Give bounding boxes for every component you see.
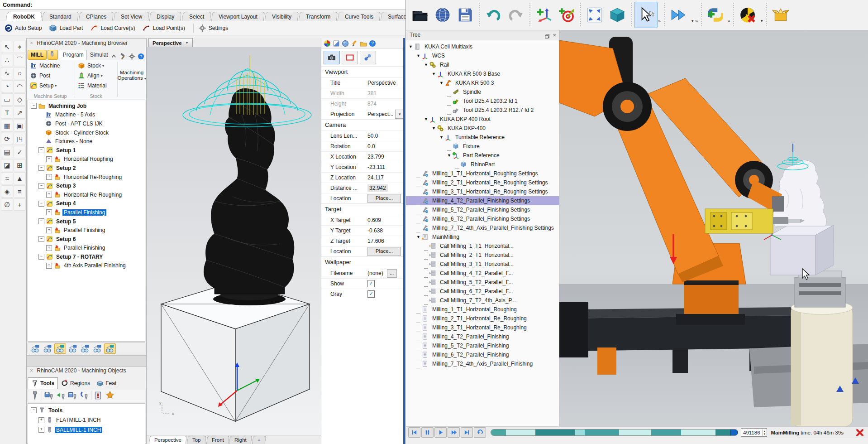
property-value[interactable]: Place... [366,194,404,203]
tree-row[interactable]: −Machining Job [28,101,145,111]
robodk-3d-view[interactable] [559,30,868,426]
revert-tool-icon[interactable] [79,391,89,401]
station-tree-row[interactable]: ▼KUKA DKP-400 [406,124,559,133]
spin-arrows-icon[interactable]: ▲▼ [762,430,767,436]
collapse-box-icon[interactable]: − [31,103,37,109]
station-tree-row[interactable]: Milling_5_T2_Parallel_Finishing [406,341,559,350]
chevron-down-icon[interactable]: ▼ [691,19,694,23]
camera-mode-button[interactable] [324,51,340,64]
menu-tab-standard[interactable]: Standard [42,12,79,21]
export-tools-icon[interactable] [67,391,77,401]
online-library-button[interactable] [431,2,454,28]
menu-tab-cplanes[interactable]: CPlanes [78,12,114,21]
menu-tab-viewport-layout[interactable]: Viewport Layout [211,12,265,21]
tree-row[interactable]: Machine - 5 Axis [28,111,145,120]
expand-box-icon[interactable]: + [38,417,44,423]
add-target-button[interactable] [555,2,578,28]
property-value[interactable]: 50.0 [366,133,404,139]
property-value[interactable]: ✓ [366,280,404,287]
viewport-tab-top[interactable]: Top [187,436,206,444]
redo-button[interactable] [505,2,527,28]
property-value[interactable]: -23.111 [366,164,404,170]
tree-row[interactable]: −Tools [28,405,145,415]
toolpath-list-button[interactable] [80,344,91,353]
scale-icon[interactable]: ✓ [14,146,26,158]
select-arrow-icon[interactable]: ↖ [1,41,13,53]
collapse-box-icon[interactable]: − [38,201,44,207]
replay-button[interactable] [474,427,486,438]
polygon-icon[interactable]: T [1,106,13,119]
value-text[interactable]: -23.111 [367,164,385,170]
folder-icon[interactable] [360,40,367,47]
value-text[interactable]: (none) [367,270,383,276]
stock-button[interactable]: Stock▾ [76,61,107,71]
tree-row[interactable]: +BALLMILL-1 INCH [28,425,145,435]
wallpaper-mode-button[interactable] [342,51,358,64]
render-sphere-icon[interactable] [342,40,349,47]
expand-box-icon[interactable]: + [46,245,52,251]
value-text[interactable]: 24.117 [367,174,384,181]
station-tree-row[interactable]: Milling_3_T1_Horizontal_Re_Roughing [406,323,559,332]
menu-tab-display[interactable]: Display [149,12,182,21]
skip-to-end-button[interactable] [461,427,473,438]
station-tree-row[interactable]: Milling_1_T1_Horizontal_Roughing [406,305,559,314]
value-text[interactable]: 0.0 [367,143,375,150]
menu-tab-select[interactable]: Select [181,12,211,21]
mill-tool-icon[interactable] [48,50,58,60]
expand-triangle-icon[interactable]: ▼ [423,63,429,67]
float-panel-icon[interactable] [544,33,550,38]
point-icon[interactable]: ⌖ [14,41,26,53]
isometric-view-button[interactable] [606,2,629,28]
tree-row[interactable]: −Setup 6 [28,235,145,244]
property-value[interactable]: (none)... [366,269,404,278]
select-cursor-button[interactable] [634,2,658,28]
expand-box-icon[interactable]: + [46,227,52,233]
chevron-down-icon[interactable]: ▼ [760,19,763,23]
property-value[interactable]: 32.942 [366,184,404,192]
machine-button[interactable]: Machine [28,61,60,71]
link-mode-button[interactable] [360,51,376,64]
tree-row[interactable]: −Setup 3 [28,181,145,190]
collapse-box-icon[interactable]: − [38,183,44,189]
viewport-tab-perspective[interactable]: Perspective [149,436,187,444]
mesh-icon[interactable]: ∅ [1,198,13,211]
tool-info-icon[interactable] [93,391,103,401]
value-text[interactable]: 874 [367,101,377,107]
menu-tab-curve-tools[interactable]: Curve Tools [338,12,381,21]
expand-box-icon[interactable]: + [46,156,52,162]
setup-button[interactable]: Setup▾ [28,81,60,91]
property-value[interactable]: Perspective [366,80,404,86]
station-tree-row[interactable]: Call Milling_4_T2_Parallel_F... [406,269,559,278]
display-mode-icon[interactable] [333,40,340,47]
points-grid-icon[interactable]: ∴ [1,54,13,66]
tab-mill[interactable]: MILL [28,50,47,60]
overflow-icon[interactable]: » [658,18,661,24]
pause-button[interactable] [421,427,434,438]
menu-tab-robodk[interactable]: RoboDK [6,12,43,21]
collapse-box-icon[interactable]: − [31,407,37,413]
checkbox[interactable]: ✓ [367,290,375,298]
array-icon[interactable]: ≈ [1,172,13,184]
expand-triangle-icon[interactable]: ▼ [431,72,437,76]
close-simulation-icon[interactable] [855,428,864,437]
tree-row[interactable]: +Parallel Finishing [28,208,145,217]
post-button[interactable]: Post [28,71,60,81]
solid-box-icon[interactable]: ◪ [1,159,13,171]
post-all-button[interactable] [92,344,103,353]
load-curves-button[interactable]: Load Curve(s) [90,24,135,32]
collapse-box-icon[interactable]: − [38,254,44,260]
close-icon[interactable]: × [30,367,33,374]
load-tool-library-icon[interactable] [56,391,66,401]
station-tree-row[interactable]: Call Milling_2_T1_Horizontal... [406,251,559,260]
tree-row[interactable]: +FLATMILL-1 INCH [28,415,145,425]
copy-toolpath-button[interactable] [67,344,78,353]
value-text[interactable]: Perspect... [367,111,393,117]
run-fast-simulation-button[interactable] [667,2,690,28]
station-tree-row[interactable]: ▼Part Reference [406,151,559,160]
tab-program[interactable]: Program [59,50,86,60]
station-tree-row[interactable]: Milling_1_T1_Horizontal_Roughing Setting… [406,169,559,178]
station-tree-row[interactable]: Call Milling_1_T1_Horizontal... [406,241,559,251]
station-tree-row[interactable]: ▼KUKA DKP 400 Root [406,115,559,124]
value-text[interactable]: 17.606 [367,238,384,244]
select-toolpath-button[interactable] [54,343,66,354]
